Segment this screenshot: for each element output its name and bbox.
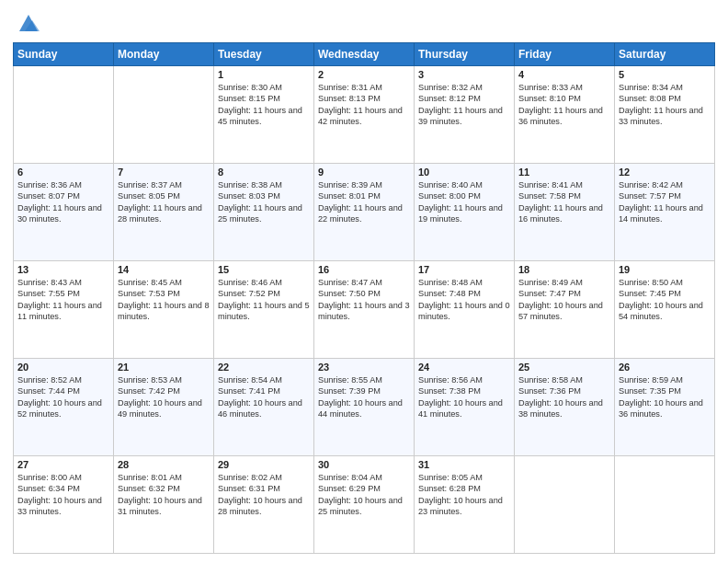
calendar-cell: 5Sunrise: 8:34 AMSunset: 8:08 PMDaylight… [615,66,715,164]
calendar-cell: 21Sunrise: 8:53 AMSunset: 7:42 PMDayligh… [114,359,214,456]
calendar-week-row: 1Sunrise: 8:30 AMSunset: 8:15 PMDaylight… [14,66,715,164]
day-info: Sunrise: 8:54 AMSunset: 7:41 PMDaylight:… [218,374,310,420]
day-info: Sunrise: 8:01 AMSunset: 6:32 PMDaylight:… [118,472,210,518]
calendar-cell [515,456,615,554]
day-info: Sunrise: 8:40 AMSunset: 8:00 PMDaylight:… [418,179,510,225]
calendar-cell: 16Sunrise: 8:47 AMSunset: 7:50 PMDayligh… [314,261,415,359]
day-info: Sunrise: 8:49 AMSunset: 7:47 PMDaylight:… [518,277,610,323]
calendar-cell: 13Sunrise: 8:43 AMSunset: 7:55 PMDayligh… [14,261,114,359]
day-info: Sunrise: 8:55 AMSunset: 7:39 PMDaylight:… [318,374,410,420]
calendar-table: SundayMondayTuesdayWednesdayThursdayFrid… [13,42,715,554]
day-number: 10 [418,167,510,178]
day-info: Sunrise: 8:59 AMSunset: 7:35 PMDaylight:… [619,374,711,420]
calendar-cell: 10Sunrise: 8:40 AMSunset: 8:00 PMDayligh… [415,164,515,261]
day-number: 17 [418,264,510,275]
calendar-cell: 20Sunrise: 8:52 AMSunset: 7:44 PMDayligh… [14,359,114,456]
calendar-cell: 25Sunrise: 8:58 AMSunset: 7:36 PMDayligh… [515,359,615,456]
calendar-week-row: 20Sunrise: 8:52 AMSunset: 7:44 PMDayligh… [14,359,715,456]
day-info: Sunrise: 8:46 AMSunset: 7:52 PMDaylight:… [218,277,310,323]
day-info: Sunrise: 8:33 AMSunset: 8:10 PMDaylight:… [518,82,610,128]
page: SundayMondayTuesdayWednesdayThursdayFrid… [0,0,728,563]
day-info: Sunrise: 8:48 AMSunset: 7:48 PMDaylight:… [418,277,510,323]
calendar-cell: 14Sunrise: 8:45 AMSunset: 7:53 PMDayligh… [114,261,214,359]
day-number: 9 [318,167,410,178]
calendar-cell: 4Sunrise: 8:33 AMSunset: 8:10 PMDaylight… [515,66,615,164]
day-info: Sunrise: 8:37 AMSunset: 8:05 PMDaylight:… [118,179,210,225]
day-info: Sunrise: 8:02 AMSunset: 6:31 PMDaylight:… [218,472,310,518]
day-info: Sunrise: 8:36 AMSunset: 8:07 PMDaylight:… [17,179,109,225]
calendar-cell: 30Sunrise: 8:04 AMSunset: 6:29 PMDayligh… [314,456,415,554]
day-info: Sunrise: 8:50 AMSunset: 7:45 PMDaylight:… [619,277,711,323]
day-number: 13 [17,264,109,275]
calendar-cell: 17Sunrise: 8:48 AMSunset: 7:48 PMDayligh… [415,261,515,359]
day-number: 1 [218,69,310,80]
weekday-header: Thursday [415,43,515,66]
calendar-header-row: SundayMondayTuesdayWednesdayThursdayFrid… [14,43,715,66]
calendar-cell: 11Sunrise: 8:41 AMSunset: 7:58 PMDayligh… [515,164,615,261]
day-number: 5 [619,69,711,80]
calendar-cell: 15Sunrise: 8:46 AMSunset: 7:52 PMDayligh… [214,261,314,359]
weekday-header: Sunday [14,43,114,66]
day-number: 23 [318,362,410,373]
day-number: 12 [619,167,711,178]
day-info: Sunrise: 8:52 AMSunset: 7:44 PMDaylight:… [17,374,109,420]
calendar-cell: 8Sunrise: 8:38 AMSunset: 8:03 PMDaylight… [214,164,314,261]
day-info: Sunrise: 8:41 AMSunset: 7:58 PMDaylight:… [518,179,610,225]
calendar-cell: 19Sunrise: 8:50 AMSunset: 7:45 PMDayligh… [615,261,715,359]
calendar-cell: 6Sunrise: 8:36 AMSunset: 8:07 PMDaylight… [14,164,114,261]
header [13,9,715,35]
day-number: 18 [518,264,610,275]
calendar-cell: 1Sunrise: 8:30 AMSunset: 8:15 PMDaylight… [214,66,314,164]
day-info: Sunrise: 8:43 AMSunset: 7:55 PMDaylight:… [17,277,109,323]
calendar-cell: 12Sunrise: 8:42 AMSunset: 7:57 PMDayligh… [615,164,715,261]
day-info: Sunrise: 8:42 AMSunset: 7:57 PMDaylight:… [619,179,711,225]
day-info: Sunrise: 8:58 AMSunset: 7:36 PMDaylight:… [518,374,610,420]
day-info: Sunrise: 8:05 AMSunset: 6:28 PMDaylight:… [418,472,510,518]
day-number: 28 [118,459,210,470]
calendar-cell: 26Sunrise: 8:59 AMSunset: 7:35 PMDayligh… [615,359,715,456]
calendar-cell: 24Sunrise: 8:56 AMSunset: 7:38 PMDayligh… [415,359,515,456]
day-info: Sunrise: 8:30 AMSunset: 8:15 PMDaylight:… [218,82,310,128]
weekday-header: Saturday [615,43,715,66]
day-number: 20 [17,362,109,373]
day-info: Sunrise: 8:00 AMSunset: 6:34 PMDaylight:… [17,472,109,518]
day-info: Sunrise: 8:32 AMSunset: 8:12 PMDaylight:… [418,82,510,128]
day-number: 14 [118,264,210,275]
day-number: 21 [118,362,210,373]
day-info: Sunrise: 8:34 AMSunset: 8:08 PMDaylight:… [619,82,711,128]
day-info: Sunrise: 8:53 AMSunset: 7:42 PMDaylight:… [118,374,210,420]
calendar-week-row: 6Sunrise: 8:36 AMSunset: 8:07 PMDaylight… [14,164,715,261]
calendar-cell: 23Sunrise: 8:55 AMSunset: 7:39 PMDayligh… [314,359,415,456]
day-number: 25 [518,362,610,373]
day-number: 22 [218,362,310,373]
day-number: 8 [218,167,310,178]
weekday-header: Wednesday [314,43,415,66]
day-number: 19 [619,264,711,275]
calendar-cell: 9Sunrise: 8:39 AMSunset: 8:01 PMDaylight… [314,164,415,261]
day-info: Sunrise: 8:45 AMSunset: 7:53 PMDaylight:… [118,277,210,323]
calendar-cell: 7Sunrise: 8:37 AMSunset: 8:05 PMDaylight… [114,164,214,261]
calendar-week-row: 27Sunrise: 8:00 AMSunset: 6:34 PMDayligh… [14,456,715,554]
day-number: 16 [318,264,410,275]
day-number: 31 [418,459,510,470]
day-info: Sunrise: 8:04 AMSunset: 6:29 PMDaylight:… [318,472,410,518]
calendar-cell: 22Sunrise: 8:54 AMSunset: 7:41 PMDayligh… [214,359,314,456]
day-number: 24 [418,362,510,373]
day-info: Sunrise: 8:31 AMSunset: 8:13 PMDaylight:… [318,82,410,128]
day-info: Sunrise: 8:56 AMSunset: 7:38 PMDaylight:… [418,374,510,420]
calendar-cell: 31Sunrise: 8:05 AMSunset: 6:28 PMDayligh… [415,456,515,554]
logo-icon [16,9,41,35]
calendar-cell: 27Sunrise: 8:00 AMSunset: 6:34 PMDayligh… [14,456,114,554]
day-number: 26 [619,362,711,373]
calendar-cell: 18Sunrise: 8:49 AMSunset: 7:47 PMDayligh… [515,261,615,359]
calendar-cell: 29Sunrise: 8:02 AMSunset: 6:31 PMDayligh… [214,456,314,554]
calendar-cell: 3Sunrise: 8:32 AMSunset: 8:12 PMDaylight… [415,66,515,164]
day-info: Sunrise: 8:47 AMSunset: 7:50 PMDaylight:… [318,277,410,323]
day-number: 15 [218,264,310,275]
calendar-cell [14,66,114,164]
day-number: 27 [17,459,109,470]
day-number: 3 [418,69,510,80]
day-number: 7 [118,167,210,178]
day-number: 6 [17,167,109,178]
day-info: Sunrise: 8:39 AMSunset: 8:01 PMDaylight:… [318,179,410,225]
